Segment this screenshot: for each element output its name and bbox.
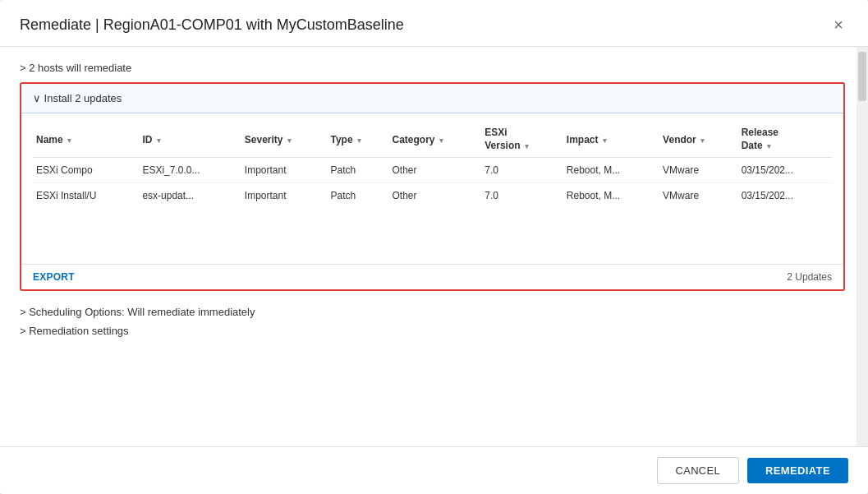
sort-icon-type: ▾ [357,136,361,145]
table-row: ESXi CompoESXi_7.0.0...ImportantPatchOth… [33,158,832,183]
close-button[interactable]: × [829,15,848,35]
export-button[interactable]: EXPORT [33,271,75,283]
table-container: Name ▾ ID ▾ Severity ▾ Type ▾ Category ▾… [21,113,843,208]
cell-row0-col2: Important [241,158,328,183]
cell-row1-col2: Important [241,183,328,209]
col-header-name[interactable]: Name ▾ [33,122,139,158]
scrollbar-thumb[interactable] [858,52,866,101]
scrollbar-track[interactable] [857,47,868,446]
cell-row1-col6: Reboot, M... [563,183,659,209]
table-row: ESXi Install/Uesx-updat...ImportantPatch… [33,183,832,209]
sort-icon-id: ▾ [157,136,161,145]
table-header-row: Name ▾ ID ▾ Severity ▾ Type ▾ Category ▾… [33,122,832,158]
cell-row0-col6: Reboot, M... [563,158,659,183]
cell-row1-col7: VMware [659,183,738,209]
cell-row0-col5: 7.0 [481,158,563,183]
modal-footer: CANCEL REMEDIATE [0,446,868,494]
cell-row1-col3: Patch [328,183,389,209]
install-updates-section: ∨ Install 2 updates Name ▾ ID ▾ Severity… [20,82,845,291]
sort-icon-esxi: ▾ [525,142,529,150]
cell-row1-col8: 03/15/202... [738,183,832,209]
col-header-category[interactable]: Category ▾ [388,122,481,158]
cell-row0-col8: 03/15/202... [738,158,832,183]
table-empty-space [21,208,843,257]
update-count: 2 Updates [787,271,832,283]
col-header-severity[interactable]: Severity ▾ [241,122,328,158]
col-header-id[interactable]: ID ▾ [139,122,241,158]
modal-title: Remediate | RegionA01-COMP01 with MyCust… [20,16,404,34]
col-header-release-date[interactable]: ReleaseDate ▾ [738,122,832,158]
cell-row0-col4: Other [388,158,481,183]
sort-icon-release: ▾ [767,142,771,150]
sort-icon-severity: ▾ [287,136,292,145]
scheduling-options-line: > Scheduling Options: Will remediate imm… [20,299,845,321]
body-content: > 2 hosts will remediate ∨ Install 2 upd… [0,47,868,344]
section-header[interactable]: ∨ Install 2 updates [21,84,843,113]
table-footer: EXPORT 2 Updates [21,264,843,289]
table-body: ESXi CompoESXi_7.0.0...ImportantPatchOth… [33,158,832,209]
sort-icon-name: ▾ [67,136,71,145]
sort-icon-vendor: ▾ [700,136,705,145]
section-title: ∨ Install 2 updates [33,92,122,104]
cell-row0-col3: Patch [328,158,389,183]
settings-line: > Remediation settings [20,321,845,344]
col-header-vendor[interactable]: Vendor ▾ [659,122,738,158]
modal-header: Remediate | RegionA01-COMP01 with MyCust… [0,0,868,47]
modal: Remediate | RegionA01-COMP01 with MyCust… [0,0,868,494]
cell-row1-col5: 7.0 [481,183,563,209]
cancel-button[interactable]: CANCEL [657,457,739,484]
col-header-type[interactable]: Type ▾ [328,122,389,158]
modal-body: > 2 hosts will remediate ∨ Install 2 upd… [0,47,868,446]
cell-row0-col0: ESXi Compo [33,158,139,183]
cell-row1-col4: Other [388,183,481,209]
sort-icon-category: ▾ [439,136,443,145]
col-header-impact[interactable]: Impact ▾ [563,122,659,158]
updates-table: Name ▾ ID ▾ Severity ▾ Type ▾ Category ▾… [33,122,832,208]
hosts-line: > 2 hosts will remediate [20,55,845,82]
sort-icon-impact: ▾ [603,136,607,145]
cell-row1-col0: ESXi Install/U [33,183,139,209]
remediate-button[interactable]: REMEDIATE [747,458,848,483]
col-header-esxi-version[interactable]: ESXiVersion ▾ [481,122,563,158]
cell-row1-col1: esx-updat... [139,183,241,209]
cell-row0-col1: ESXi_7.0.0... [139,158,241,183]
cell-row0-col7: VMware [659,158,738,183]
